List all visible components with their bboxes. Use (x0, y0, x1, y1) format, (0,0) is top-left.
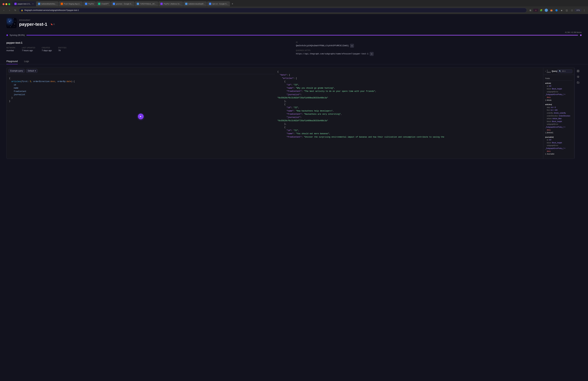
result-panel: { "data": { "articles": [ { "id": "23", … (275, 67, 543, 159)
id-value-row: Qmd3v9sSnjpS4Q4uDwbVYP8WLzJtpX4k5PfdMCSC… (296, 44, 582, 48)
tab-label-5: ChatGPT (101, 3, 109, 5)
sync-progress-fill (26, 35, 578, 36)
subgraph-title-row: EFESOZEN7 payper-test-1 🔖 0 (6, 18, 582, 28)
docs-nav-back-label[interactable]: < Docs (547, 69, 551, 73)
tab-close-icon[interactable]: ✕ (32, 3, 34, 5)
history-icon-button[interactable] (576, 74, 580, 79)
sync-end-dot (580, 34, 582, 36)
editor-content[interactable]: { articles(first: 5, orderDirection:desc… (7, 74, 275, 159)
menu-button[interactable]: ⋮ (582, 8, 587, 12)
editor-toolbar: Example query Default ▾ (7, 68, 275, 74)
tab-label-4: PayPer (88, 3, 94, 5)
extension-icon-1[interactable]: 🦊 (549, 8, 554, 12)
created-value: 7 days ago (42, 49, 52, 52)
run-query-button[interactable]: ▶ (138, 113, 144, 119)
reload-button[interactable]: ↻ (13, 8, 18, 12)
browser-tab-7[interactable]: 71RZVV0dxnL_AC... (135, 1, 158, 6)
browser-toolbar: ‹ › ↻ 🔒 thegraph.com/hosted-service/subg… (0, 6, 588, 14)
browser-tab-9[interactable]: bafybeicviaud2qrjl0... (183, 1, 207, 6)
tab-label-7: 71RZVV0dxnL_AC... (140, 3, 156, 5)
subgraph-avatar (6, 18, 17, 28)
browser-tab-5[interactable]: ChatGPT (96, 1, 111, 6)
svg-rect-0 (6, 18, 17, 28)
copy-queries-button[interactable]: ⧉ (370, 52, 374, 56)
bookmark-count: 0 (54, 23, 55, 25)
close-window-button[interactable] (2, 3, 4, 5)
docs-panel-wrapper: ‹ < Docs Query 🔍 ⌘ K Fields (543, 67, 582, 159)
docs-nav[interactable]: ‹ < Docs (545, 69, 551, 73)
meta-subgraph-name: payper-test-1 (6, 42, 292, 44)
browser-tab-8[interactable]: PayPer | Address 0x... (159, 1, 183, 6)
forward-button[interactable]: › (7, 8, 12, 12)
docs-query-label-group: Query (552, 70, 557, 72)
save-icon-button[interactable] (576, 69, 580, 73)
back-button[interactable]: ‹ (1, 8, 6, 12)
extension-icon-4[interactable]: ◫ (565, 8, 569, 12)
sync-bar-container: 41.5M / 41.5M blocks Syncing (99.9%) (6, 31, 582, 36)
tab-logs[interactable]: Logs (24, 58, 29, 64)
search-icon: 🔍 (559, 70, 561, 72)
browser-tabs: payper-test-1 S... ✕ bafybeidhp6shktu...… (0, 0, 588, 6)
folder-icon-button[interactable] (576, 80, 580, 85)
tab-favicon-10 (209, 3, 211, 5)
copy-id-button[interactable]: ⧉ (350, 44, 354, 48)
tab-playground[interactable]: Playground (6, 58, 18, 64)
docs-search-input[interactable]: 🔍 ⌘ K (557, 69, 572, 73)
query-editor-panel: Example query Default ▾ { articles(first… (6, 67, 275, 159)
browser-tab-10[interactable]: 2pm et - Google S... (207, 1, 230, 6)
default-dropdown[interactable]: Default ▾ (26, 69, 38, 73)
play-icon: ▶ (140, 115, 141, 118)
extension-icon-3[interactable]: ◈ (559, 8, 564, 12)
entities-label: ENTITIES (58, 47, 66, 49)
tab-label: payper-test-1 S... (18, 3, 31, 5)
profile-button[interactable]: U (544, 8, 548, 12)
subgraph-name-group: EFESOZEN7 payper-test-1 🔖 0 (19, 19, 55, 27)
extension-icon-5[interactable]: ⬡ (570, 8, 574, 12)
queries-value-row: https://api.thegraph.com/subgraphs/name/… (296, 52, 582, 56)
bookmark-page-button[interactable]: ⊞ (528, 8, 533, 12)
tab-favicon-9 (185, 3, 188, 5)
tab-favicon-8 (160, 3, 163, 5)
created-label: CREATED (42, 47, 52, 49)
vpn-badge[interactable]: VPN (575, 9, 581, 12)
docs-back-icon: ‹ (545, 70, 546, 72)
example-query-dropdown[interactable]: Example query (8, 69, 25, 73)
new-tab-button[interactable]: + (230, 1, 235, 6)
tab-favicon-4 (85, 3, 87, 5)
meta-created: CREATED 7 days ago (42, 47, 52, 52)
browser-tab-3[interactable]: Push Staging App (t... (59, 1, 83, 6)
minimize-window-button[interactable] (5, 3, 7, 5)
network-value: mumbai (6, 49, 16, 52)
browser-tab-4[interactable]: PayPer (83, 1, 96, 6)
maximize-window-button[interactable] (8, 3, 10, 5)
sync-header-row: 41.5M / 41.5M blocks (6, 31, 582, 33)
docs-search-placeholder: ⌘ K (562, 70, 566, 72)
extension-icon-2[interactable]: 🔵 (554, 8, 559, 12)
tab-favicon-3 (61, 3, 63, 5)
playground-area: Example query Default ▾ { articles(first… (0, 64, 588, 133)
address-bar[interactable]: 🔒 thegraph.com/hosted-service/subgraph/e… (19, 8, 527, 13)
docs-side-icons (574, 67, 582, 159)
svg-point-8 (15, 24, 15, 24)
browser-tab-2[interactable]: bafybeidhp6shktu... (36, 1, 58, 6)
traffic-lights (1, 3, 12, 6)
tab-favicon (14, 3, 17, 5)
tab-label-2: bafybeidhp6shktu... (41, 3, 56, 5)
meta-right: ID Qmd3v9sSnjpS4Q4uDwbVYP8WLzJtpX4k5PfdM… (296, 42, 582, 56)
sync-indicator-dot (6, 34, 8, 36)
extensions-button[interactable]: 🧩 (539, 8, 544, 12)
docs-fields-label: Fields (545, 77, 550, 79)
browser-tab-active[interactable]: payper-test-1 S... ✕ (12, 1, 36, 6)
svg-point-12 (10, 26, 11, 27)
network-label: NETWORK (6, 47, 16, 49)
svg-point-9 (8, 26, 8, 26)
svg-rect-15 (577, 71, 579, 72)
last-updated-label: LAST UPDATED (22, 47, 35, 49)
browser-tab-6[interactable]: gnomes - Google S... (111, 1, 135, 6)
bookmark-button[interactable]: 🔖 0 (50, 23, 55, 25)
meta-last-updated: LAST UPDATED 7 hours ago (22, 47, 35, 52)
meta-query-row: QUERIES (HTTP) https://api.thegraph.com/… (296, 50, 582, 56)
blocks-label: 41.5M / 41.5M blocks (565, 31, 582, 33)
result-content: { "data": { "articles": [ { "id": "23", … (275, 68, 543, 159)
svg-point-3 (13, 19, 14, 19)
